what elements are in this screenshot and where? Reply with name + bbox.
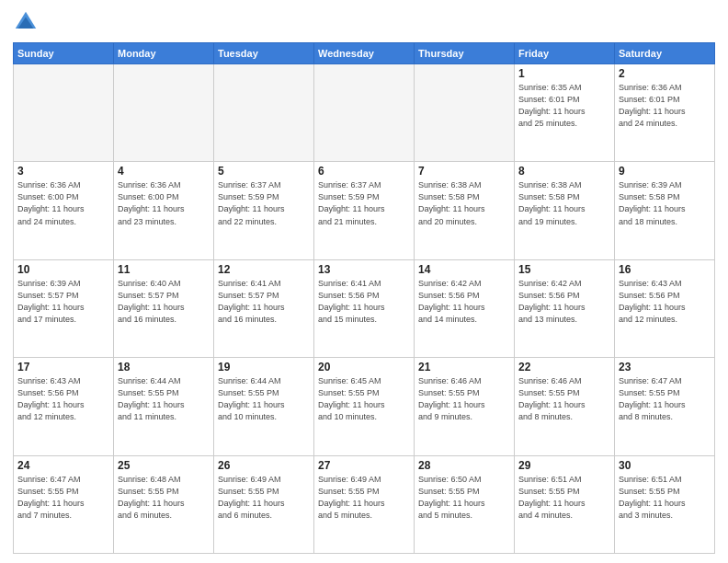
day-number: 29 — [518, 459, 610, 472]
day-info: Sunrise: 6:41 AM Sunset: 5:56 PM Dayligh… — [318, 278, 410, 326]
day-number: 7 — [418, 165, 510, 178]
day-number: 30 — [619, 459, 711, 472]
day-info: Sunrise: 6:37 AM Sunset: 5:59 PM Dayligh… — [318, 179, 410, 227]
day-number: 13 — [318, 263, 410, 276]
day-info: Sunrise: 6:46 AM Sunset: 5:55 PM Dayligh… — [518, 375, 610, 423]
calendar-day-cell: 13Sunrise: 6:41 AM Sunset: 5:56 PM Dayli… — [314, 259, 415, 357]
calendar-header-row: SundayMondayTuesdayWednesdayThursdayFrid… — [14, 43, 715, 64]
day-number: 26 — [218, 459, 310, 472]
calendar-day-cell — [415, 64, 515, 162]
day-info: Sunrise: 6:46 AM Sunset: 5:55 PM Dayligh… — [418, 375, 510, 423]
day-number: 21 — [418, 361, 510, 373]
calendar-day-cell: 5Sunrise: 6:37 AM Sunset: 5:59 PM Daylig… — [214, 162, 314, 259]
day-info: Sunrise: 6:40 AM Sunset: 5:57 PM Dayligh… — [118, 278, 210, 326]
day-info: Sunrise: 6:37 AM Sunset: 5:59 PM Dayligh… — [218, 179, 310, 227]
day-number: 5 — [218, 165, 310, 178]
calendar-week-row: 24Sunrise: 6:47 AM Sunset: 5:55 PM Dayli… — [14, 455, 715, 553]
calendar-day-cell — [214, 64, 314, 162]
day-info: Sunrise: 6:48 AM Sunset: 5:55 PM Dayligh… — [118, 474, 210, 522]
calendar-day-cell: 11Sunrise: 6:40 AM Sunset: 5:57 PM Dayli… — [114, 259, 214, 357]
calendar-day-cell — [314, 64, 415, 162]
day-number: 2 — [619, 67, 711, 80]
day-number: 19 — [218, 361, 310, 373]
day-info: Sunrise: 6:43 AM Sunset: 5:56 PM Dayligh… — [619, 278, 711, 326]
day-number: 8 — [518, 165, 610, 178]
day-number: 20 — [318, 361, 410, 373]
day-info: Sunrise: 6:42 AM Sunset: 5:56 PM Dayligh… — [418, 278, 510, 326]
day-info: Sunrise: 6:43 AM Sunset: 5:56 PM Dayligh… — [17, 375, 109, 423]
calendar-day-cell: 10Sunrise: 6:39 AM Sunset: 5:57 PM Dayli… — [14, 259, 114, 357]
calendar-day-cell: 20Sunrise: 6:45 AM Sunset: 5:55 PM Dayli… — [314, 358, 415, 455]
day-number: 16 — [619, 263, 711, 276]
calendar-day-cell: 18Sunrise: 6:44 AM Sunset: 5:55 PM Dayli… — [114, 358, 214, 455]
day-number: 24 — [17, 459, 109, 472]
day-number: 1 — [518, 67, 610, 80]
day-number: 11 — [118, 263, 210, 276]
calendar-header-friday: Friday — [515, 43, 615, 64]
calendar-day-cell: 28Sunrise: 6:50 AM Sunset: 5:55 PM Dayli… — [415, 455, 515, 553]
day-number: 6 — [318, 165, 410, 178]
day-info: Sunrise: 6:38 AM Sunset: 5:58 PM Dayligh… — [518, 179, 610, 227]
calendar-day-cell: 22Sunrise: 6:46 AM Sunset: 5:55 PM Dayli… — [515, 358, 615, 455]
day-number: 18 — [118, 361, 210, 373]
day-info: Sunrise: 6:41 AM Sunset: 5:57 PM Dayligh… — [218, 278, 310, 326]
day-info: Sunrise: 6:42 AM Sunset: 5:56 PM Dayligh… — [518, 278, 610, 326]
logo-icon — [13, 9, 39, 35]
day-info: Sunrise: 6:51 AM Sunset: 5:55 PM Dayligh… — [619, 474, 711, 522]
calendar-day-cell: 3Sunrise: 6:36 AM Sunset: 6:00 PM Daylig… — [14, 162, 114, 259]
day-info: Sunrise: 6:36 AM Sunset: 6:01 PM Dayligh… — [619, 82, 711, 130]
day-info: Sunrise: 6:49 AM Sunset: 5:55 PM Dayligh… — [218, 474, 310, 522]
calendar-day-cell: 9Sunrise: 6:39 AM Sunset: 5:58 PM Daylig… — [615, 162, 715, 259]
day-info: Sunrise: 6:36 AM Sunset: 6:00 PM Dayligh… — [17, 179, 109, 227]
day-number: 10 — [17, 263, 109, 276]
calendar-table: SundayMondayTuesdayWednesdayThursdayFrid… — [13, 42, 715, 554]
calendar-day-cell: 17Sunrise: 6:43 AM Sunset: 5:56 PM Dayli… — [14, 358, 114, 455]
page: SundayMondayTuesdayWednesdayThursdayFrid… — [0, 0, 728, 563]
day-info: Sunrise: 6:44 AM Sunset: 5:55 PM Dayligh… — [218, 375, 310, 423]
calendar-day-cell: 2Sunrise: 6:36 AM Sunset: 6:01 PM Daylig… — [615, 64, 715, 162]
calendar-day-cell: 4Sunrise: 6:36 AM Sunset: 6:00 PM Daylig… — [114, 162, 214, 259]
day-number: 22 — [518, 361, 610, 373]
day-info: Sunrise: 6:47 AM Sunset: 5:55 PM Dayligh… — [17, 474, 109, 522]
calendar-header-sunday: Sunday — [14, 43, 114, 64]
calendar-day-cell: 19Sunrise: 6:44 AM Sunset: 5:55 PM Dayli… — [214, 358, 314, 455]
day-number: 15 — [518, 263, 610, 276]
calendar-header-wednesday: Wednesday — [314, 43, 415, 64]
day-info: Sunrise: 6:38 AM Sunset: 5:58 PM Dayligh… — [418, 179, 510, 227]
calendar-day-cell: 12Sunrise: 6:41 AM Sunset: 5:57 PM Dayli… — [214, 259, 314, 357]
calendar-header-saturday: Saturday — [615, 43, 715, 64]
header — [13, 9, 715, 35]
day-number: 14 — [418, 263, 510, 276]
day-number: 17 — [17, 361, 109, 373]
day-number: 23 — [619, 361, 711, 373]
day-number: 9 — [619, 165, 711, 178]
day-info: Sunrise: 6:49 AM Sunset: 5:55 PM Dayligh… — [318, 474, 410, 522]
day-number: 28 — [418, 459, 510, 472]
calendar-day-cell: 29Sunrise: 6:51 AM Sunset: 5:55 PM Dayli… — [515, 455, 615, 553]
calendar-day-cell: 1Sunrise: 6:35 AM Sunset: 6:01 PM Daylig… — [515, 64, 615, 162]
day-info: Sunrise: 6:51 AM Sunset: 5:55 PM Dayligh… — [518, 474, 610, 522]
day-info: Sunrise: 6:47 AM Sunset: 5:55 PM Dayligh… — [619, 375, 711, 423]
calendar-day-cell: 24Sunrise: 6:47 AM Sunset: 5:55 PM Dayli… — [14, 455, 114, 553]
calendar-day-cell: 16Sunrise: 6:43 AM Sunset: 5:56 PM Dayli… — [615, 259, 715, 357]
day-info: Sunrise: 6:39 AM Sunset: 5:57 PM Dayligh… — [17, 278, 109, 326]
calendar-day-cell: 21Sunrise: 6:46 AM Sunset: 5:55 PM Dayli… — [415, 358, 515, 455]
calendar-header-monday: Monday — [114, 43, 214, 64]
calendar-day-cell: 27Sunrise: 6:49 AM Sunset: 5:55 PM Dayli… — [314, 455, 415, 553]
day-number: 25 — [118, 459, 210, 472]
calendar-week-row: 17Sunrise: 6:43 AM Sunset: 5:56 PM Dayli… — [14, 358, 715, 455]
calendar-header-thursday: Thursday — [415, 43, 515, 64]
day-number: 3 — [17, 165, 109, 178]
calendar-day-cell: 15Sunrise: 6:42 AM Sunset: 5:56 PM Dayli… — [515, 259, 615, 357]
calendar-week-row: 1Sunrise: 6:35 AM Sunset: 6:01 PM Daylig… — [14, 64, 715, 162]
day-info: Sunrise: 6:35 AM Sunset: 6:01 PM Dayligh… — [518, 82, 610, 130]
calendar-header-tuesday: Tuesday — [214, 43, 314, 64]
calendar-week-row: 10Sunrise: 6:39 AM Sunset: 5:57 PM Dayli… — [14, 259, 715, 357]
calendar-day-cell: 7Sunrise: 6:38 AM Sunset: 5:58 PM Daylig… — [415, 162, 515, 259]
calendar-week-row: 3Sunrise: 6:36 AM Sunset: 6:00 PM Daylig… — [14, 162, 715, 259]
day-number: 4 — [118, 165, 210, 178]
calendar-day-cell — [114, 64, 214, 162]
calendar-day-cell — [14, 64, 114, 162]
day-info: Sunrise: 6:36 AM Sunset: 6:00 PM Dayligh… — [118, 179, 210, 227]
day-info: Sunrise: 6:39 AM Sunset: 5:58 PM Dayligh… — [619, 179, 711, 227]
